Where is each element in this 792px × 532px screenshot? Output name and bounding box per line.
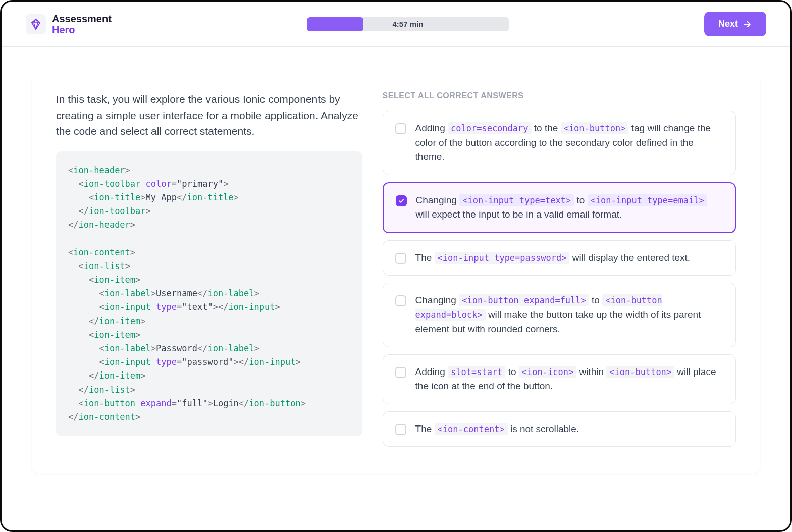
answer-text: Changing <ion-button expand=full> to <io…	[415, 293, 723, 337]
checkbox[interactable]	[395, 253, 406, 264]
logo-line2: Hero	[52, 24, 112, 35]
answer-text: Changing <ion-input type=text> to <ion-i…	[416, 193, 723, 222]
inline-code: <ion-button>	[561, 122, 629, 134]
answer-option-3[interactable]: Changing <ion-button expand=full> to <io…	[383, 283, 736, 347]
checkbox[interactable]	[395, 367, 406, 378]
answer-text: Adding color=secondary to the <ion-butto…	[415, 121, 723, 165]
inline-code: color=secondary	[448, 122, 532, 134]
inline-code: slot=start	[448, 366, 505, 378]
answers-label: SELECT ALL CORRECT ANSWERS	[383, 91, 736, 100]
check-icon	[398, 197, 405, 204]
question-column: In this task, you will explore the vario…	[56, 91, 383, 454]
logo-text: Assessment Hero	[52, 13, 112, 35]
answers-column: SELECT ALL CORRECT ANSWERS Adding color=…	[383, 91, 736, 454]
header: Assessment Hero 4:57 min Next	[2, 2, 790, 47]
code-block: <ion-header> <ion-toolbar color="primary…	[56, 151, 362, 437]
logo-icon	[26, 14, 46, 34]
next-button-label: Next	[718, 19, 738, 29]
inline-code: <ion-input type=password>	[435, 252, 570, 264]
main-content: In this task, you will explore the vario…	[2, 47, 790, 498]
inline-code: <ion-icon>	[519, 366, 576, 378]
task-description: In this task, you will explore the vario…	[56, 91, 362, 139]
app-window: Assessment Hero 4:57 min Next In this ta…	[0, 0, 792, 532]
progress-bar: 4:57 min	[307, 17, 509, 31]
answer-text: The <ion-content> is not scrollable.	[415, 422, 579, 437]
arrow-right-icon	[742, 19, 752, 29]
answer-option-1[interactable]: Changing <ion-input type=text> to <ion-i…	[383, 182, 736, 233]
answer-option-0[interactable]: Adding color=secondary to the <ion-butto…	[383, 111, 736, 175]
inline-code: <ion-input type=email>	[588, 194, 707, 206]
next-button[interactable]: Next	[704, 12, 766, 36]
answer-text: The <ion-input type=password> will displ…	[415, 251, 691, 265]
checkbox[interactable]	[395, 295, 406, 306]
answer-option-5[interactable]: The <ion-content> is not scrollable.	[383, 411, 736, 447]
answer-option-2[interactable]: The <ion-input type=password> will displ…	[383, 240, 736, 276]
answer-text: Adding slot=start to <ion-icon> within <…	[415, 365, 723, 394]
answers-list: Adding color=secondary to the <ion-butto…	[383, 111, 736, 447]
inline-code: <ion-button>	[606, 366, 674, 378]
checkbox[interactable]	[396, 195, 407, 206]
task-card: In this task, you will explore the vario…	[32, 71, 760, 474]
inline-code: <ion-content>	[435, 423, 508, 435]
diamond-icon	[30, 18, 42, 30]
answer-option-4[interactable]: Adding slot=start to <ion-icon> within <…	[383, 354, 736, 404]
logo-line1: Assessment	[52, 13, 112, 24]
checkbox[interactable]	[395, 123, 406, 134]
logo: Assessment Hero	[26, 13, 112, 35]
progress-label: 4:57 min	[392, 20, 423, 28]
inline-code: <ion-button expand=full>	[459, 294, 589, 306]
inline-code: <ion-input type=text>	[459, 194, 574, 206]
checkbox[interactable]	[395, 424, 406, 435]
progress-fill	[307, 17, 363, 31]
